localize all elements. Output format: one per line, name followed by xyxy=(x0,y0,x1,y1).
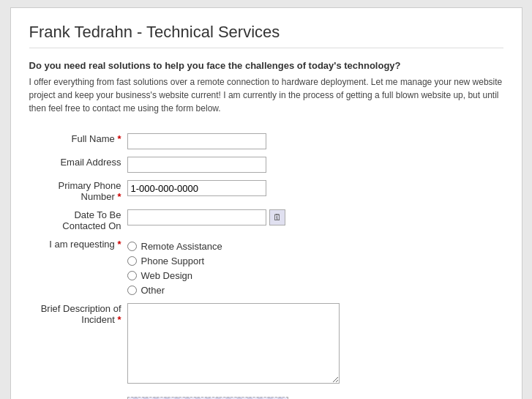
radio-other-input[interactable] xyxy=(127,286,137,295)
requesting-row: I am requesting * Remote Assistance Phon… xyxy=(29,235,503,299)
full-name-row: Full Name * xyxy=(29,130,503,153)
radio-remote-assistance-label: Remote Assistance xyxy=(141,241,222,252)
contact-form: Full Name * Email Address Primary Phone … xyxy=(29,130,503,399)
required-marker: * xyxy=(117,133,121,144)
required-marker: * xyxy=(117,191,121,202)
phone-label: Primary Phone Number * xyxy=(29,176,124,206)
calendar-button[interactable]: 🗓 xyxy=(269,209,285,225)
captcha-input-cell: c X p W b 🔊 ↺ xyxy=(124,389,503,399)
date-label: Date To Be Contacted On xyxy=(29,206,124,235)
description-row: Brief Description of Incident * xyxy=(29,299,503,389)
radio-phone-support-label: Phone Support xyxy=(141,256,205,266)
requesting-label: I am requesting * xyxy=(29,235,124,299)
description-label: Brief Description of Incident * xyxy=(29,299,124,389)
radio-other-label: Other xyxy=(141,285,165,296)
radio-phone-support[interactable]: Phone Support xyxy=(127,256,501,266)
radio-web-design-label: Web Design xyxy=(141,270,193,281)
phone-row: Primary Phone Number * xyxy=(29,176,503,206)
date-input-cell: 🗓 xyxy=(124,206,503,235)
intro-question: Do you need real solutions to help you f… xyxy=(29,60,503,71)
required-marker: * xyxy=(117,239,121,250)
full-name-input-cell xyxy=(124,130,503,153)
captcha-row: c X p W b 🔊 ↺ xyxy=(29,389,503,399)
radio-group: Remote Assistance Phone Support Web Desi… xyxy=(127,239,501,296)
required-marker: * xyxy=(117,314,121,325)
radio-remote-assistance-input[interactable] xyxy=(127,242,137,251)
email-input[interactable] xyxy=(127,157,266,173)
page-title: Frank Tedrahn - Technical Services xyxy=(29,23,503,48)
full-name-input[interactable] xyxy=(127,133,266,149)
email-row: Email Address xyxy=(29,153,503,176)
description-textarea[interactable] xyxy=(127,303,340,384)
radio-web-design-input[interactable] xyxy=(127,271,137,280)
radio-phone-support-input[interactable] xyxy=(127,256,137,266)
radio-web-design[interactable]: Web Design xyxy=(127,270,501,281)
date-input-wrapper: 🗓 xyxy=(127,209,501,225)
email-label: Email Address xyxy=(29,153,124,176)
full-name-label: Full Name * xyxy=(29,130,124,153)
description-input-cell xyxy=(124,299,503,389)
date-input[interactable] xyxy=(127,209,266,225)
date-row: Date To Be Contacted On 🗓 xyxy=(29,206,503,235)
email-input-cell xyxy=(124,153,503,176)
captcha-label-cell xyxy=(29,389,124,399)
page-container: Frank Tedrahn - Technical Services Do yo… xyxy=(10,7,522,399)
radio-remote-assistance[interactable]: Remote Assistance xyxy=(127,241,501,252)
radio-other[interactable]: Other xyxy=(127,285,501,296)
intro-body: I offer everything from fast solutions o… xyxy=(29,75,503,115)
radio-group-cell: Remote Assistance Phone Support Web Desi… xyxy=(124,235,503,299)
phone-input[interactable] xyxy=(127,180,266,196)
calendar-icon: 🗓 xyxy=(273,212,282,223)
form-table: Full Name * Email Address Primary Phone … xyxy=(29,130,503,399)
phone-input-cell xyxy=(124,176,503,206)
